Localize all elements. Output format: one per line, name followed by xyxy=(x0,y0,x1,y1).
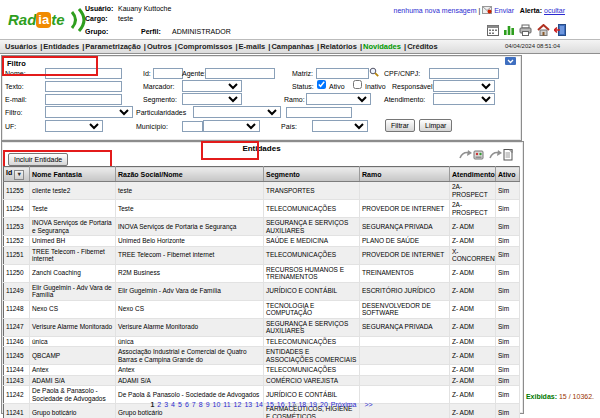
column-header-3[interactable]: Segmento xyxy=(264,167,360,182)
table-row[interactable]: 11245QBCAMPAssociação Industrial e Comer… xyxy=(4,347,520,365)
menu-item-relat-rios[interactable]: Relatórios xyxy=(319,42,358,51)
table-row[interactable]: 11254TesteTesteTELECOMUNICAÇÕESPROVEDOR … xyxy=(4,200,520,218)
menu-item-compromissos[interactable]: Compromissos xyxy=(177,42,234,51)
page-10[interactable]: 10 xyxy=(213,401,221,408)
column-header-2[interactable]: Razão Social/Nome xyxy=(116,167,264,182)
cell-5: Z- ADM xyxy=(450,336,496,347)
page-9[interactable]: 9 xyxy=(206,401,210,408)
email-input[interactable] xyxy=(45,94,122,105)
menu-item-campanhas[interactable]: Campanhas xyxy=(270,42,315,51)
table-row[interactable]: 11252Unimed BHUnimed Belo HorizonteSAÚDE… xyxy=(4,236,520,247)
table-row[interactable]: 11255cliente teste2testeTRANSPORTES2A- P… xyxy=(4,182,520,200)
texto-input[interactable] xyxy=(45,81,122,92)
page-17[interactable]: 17 xyxy=(288,401,296,408)
table-row[interactable]: 11251TREE Telecom - Fibernet internetTRE… xyxy=(4,246,520,264)
menu-item-parametriza-o[interactable]: Parametrização xyxy=(84,42,141,51)
municipio-code-input[interactable] xyxy=(182,121,203,132)
page-13[interactable]: 13 xyxy=(244,401,252,408)
id-input[interactable] xyxy=(153,68,183,79)
menu-item-outros[interactable]: Outros xyxy=(146,42,173,51)
search-icon[interactable] xyxy=(369,67,379,77)
filtrar-button[interactable]: Filtrar xyxy=(385,119,415,132)
cpf-cnpj-input[interactable] xyxy=(429,68,499,79)
column-header-1[interactable]: Nome Fantasia xyxy=(30,167,116,182)
column-header-6[interactable]: Ativo xyxy=(496,167,520,182)
menu-item-cr-ditos[interactable]: Créditos xyxy=(406,42,438,51)
page-8[interactable]: 8 xyxy=(199,401,203,408)
filtro-label: Filtro: xyxy=(5,108,23,117)
no-new-messages-link[interactable]: nenhuma nova mensagem xyxy=(394,7,477,14)
marcador-select[interactable] xyxy=(182,80,242,92)
alert-label: Alerta: xyxy=(520,7,542,14)
particularidades-select[interactable] xyxy=(193,106,281,118)
municipio-select[interactable] xyxy=(203,120,260,132)
cell-0: 11250 xyxy=(4,264,30,282)
logout-door-icon[interactable] xyxy=(554,24,566,36)
page-5[interactable]: 5 xyxy=(178,401,182,408)
table-row[interactable]: 11250Zanchi CoachingR2M BusinessRECURSOS… xyxy=(4,264,520,282)
calendar-icon[interactable] xyxy=(487,24,499,36)
cell-4 xyxy=(360,365,450,376)
page-1[interactable]: 1 xyxy=(150,401,154,408)
table-row[interactable]: 11243ADAMI S/AADAMI S/ACOMÉRCIO VAREJIST… xyxy=(4,375,520,386)
printer-icon[interactable] xyxy=(519,24,532,36)
table-row[interactable]: 11247Verisure Alarme MonitoradoVerisure … xyxy=(4,318,520,336)
next-page-link[interactable]: Próxima xyxy=(331,401,357,408)
column-header-5[interactable]: Atendimento xyxy=(450,167,496,182)
page-19[interactable]: 19 xyxy=(309,401,317,408)
pagination: 1234567891011121314151617181920Próxima >… xyxy=(0,401,523,408)
alert-hide-link[interactable]: ocultar xyxy=(544,7,565,14)
page-14[interactable]: 14 xyxy=(255,401,263,408)
menu-item-e-mails[interactable]: E-mails xyxy=(238,42,267,51)
pais-select[interactable] xyxy=(312,120,368,132)
send-message-icon[interactable] xyxy=(482,6,492,14)
page-7[interactable]: 7 xyxy=(192,401,196,408)
page-18[interactable]: 18 xyxy=(298,401,306,408)
matriz-input[interactable] xyxy=(316,68,369,79)
status-ativo-checkbox[interactable] xyxy=(317,80,326,89)
filtro-select[interactable] xyxy=(45,106,133,118)
last-page-link[interactable]: >> xyxy=(364,401,372,408)
page-11[interactable]: 11 xyxy=(223,401,230,408)
home-icon[interactable] xyxy=(537,24,550,36)
atendimento-select[interactable] xyxy=(433,93,495,105)
table-row[interactable]: 11246únicaúnicaTELECOMUNICAÇÕESZ- ADMSim xyxy=(4,336,520,347)
table-row[interactable]: 11244AntexAntexTELECOMUNICAÇÕESZ- ADMSim xyxy=(4,365,520,376)
uf-select[interactable] xyxy=(45,120,103,132)
page-2[interactable]: 2 xyxy=(157,401,161,408)
table-row[interactable]: 11248Nexo CSNexo CSTECNOLOGIA E COMPUTAÇ… xyxy=(4,300,520,318)
export-file-icon[interactable] xyxy=(488,148,515,162)
collapse-filter-icon[interactable] xyxy=(505,57,516,65)
table-row[interactable]: 11253INOVA Serviços de Portaria e Segura… xyxy=(4,218,520,236)
column-header-0[interactable]: Id▾ xyxy=(4,167,30,182)
responsavel-select[interactable] xyxy=(433,80,495,92)
send-link[interactable]: Enviar xyxy=(494,7,514,14)
role-label: Cargo: xyxy=(85,14,108,23)
page-4[interactable]: 4 xyxy=(171,401,175,408)
logo-text-3: te xyxy=(51,11,64,28)
ramo-select[interactable] xyxy=(306,93,371,105)
page-3[interactable]: 3 xyxy=(164,401,168,408)
page-20[interactable]: 20 xyxy=(320,401,328,408)
page-12[interactable]: 12 xyxy=(234,401,242,408)
cell-5: Z- ADM xyxy=(450,365,496,376)
nome-input[interactable] xyxy=(45,68,122,79)
sort-id-icon[interactable]: ▾ xyxy=(14,170,24,180)
particularidades-input[interactable] xyxy=(286,107,352,118)
bar-chart-icon[interactable] xyxy=(503,24,515,36)
segmento-select[interactable] xyxy=(182,93,242,105)
limpar-button[interactable]: Limpar xyxy=(419,119,452,132)
column-header-4[interactable]: Ramo xyxy=(360,167,450,182)
page-6[interactable]: 6 xyxy=(185,401,189,408)
agente-input[interactable] xyxy=(205,68,275,79)
menu-item-entidades[interactable]: Entidades xyxy=(42,42,80,51)
table-row[interactable]: 11249Elir Gugelmin - Adv Vara de Família… xyxy=(4,282,520,300)
export-print-icon[interactable] xyxy=(458,148,485,162)
menu-item-usu-rios[interactable]: Usuários xyxy=(4,42,38,51)
cell-4: SEGURANÇA PRIVADA xyxy=(360,218,450,236)
incluir-entidade-button[interactable]: Incluir Entidade xyxy=(8,153,68,166)
status-inativo-checkbox[interactable] xyxy=(353,80,362,89)
menu-item-novidades[interactable]: Novidades xyxy=(362,42,402,51)
page-16[interactable]: 16 xyxy=(277,401,285,408)
page-15[interactable]: 15 xyxy=(266,401,274,408)
